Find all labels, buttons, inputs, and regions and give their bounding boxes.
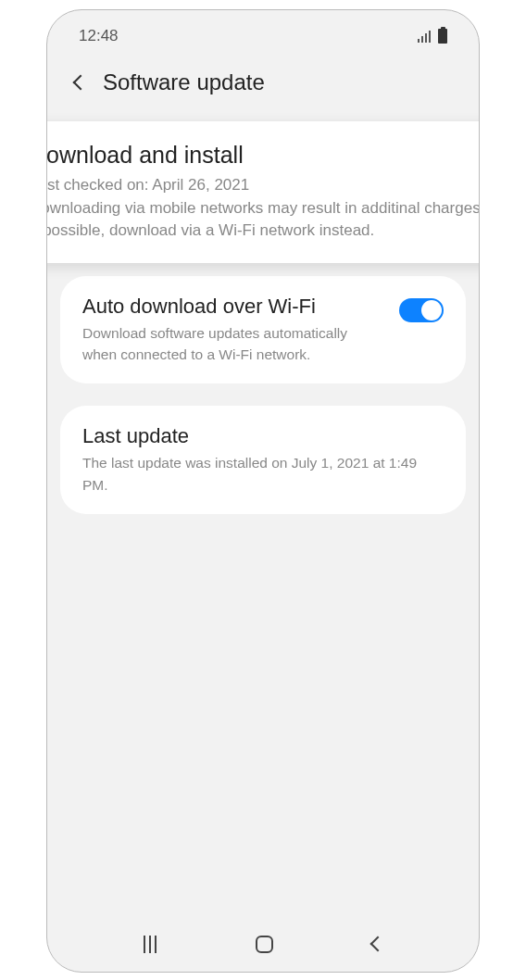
status-indicators [418, 29, 448, 44]
auto-download-title: Auto download over Wi-Fi [82, 295, 382, 319]
status-time: 12:48 [79, 27, 119, 45]
last-update-title: Last update [82, 424, 444, 448]
download-install-last-checked: Last checked on: April 26, 2021 [46, 174, 480, 197]
auto-download-description: Download software updates automatically … [82, 322, 382, 366]
toggle-knob [421, 300, 442, 320]
auto-download-toggle[interactable] [399, 298, 444, 322]
download-install-title: Download and install [46, 142, 480, 169]
nav-back-button[interactable] [369, 936, 385, 952]
signal-icon [418, 30, 432, 43]
device-frame: 12:48 Software update Download and insta… [46, 9, 480, 973]
download-install-description: Downloading via mobile networks may resu… [46, 197, 480, 243]
nav-home-button[interactable] [256, 936, 273, 953]
last-update-card[interactable]: Last update The last update was installe… [60, 406, 466, 514]
download-install-card[interactable]: Download and install Last checked on: Ap… [46, 121, 480, 263]
content: Download and install Last checked on: Ap… [47, 121, 479, 514]
battery-icon [438, 29, 447, 44]
back-icon[interactable] [73, 75, 89, 91]
last-update-description: The last update was installed on July 1,… [82, 452, 444, 496]
status-bar: 12:48 [47, 10, 479, 53]
page-title: Software update [103, 69, 265, 95]
page-header: Software update [47, 53, 479, 114]
nav-recents-button[interactable] [144, 936, 157, 953]
navigation-bar [47, 916, 479, 972]
auto-download-card[interactable]: Auto download over Wi-Fi Download softwa… [60, 276, 466, 384]
